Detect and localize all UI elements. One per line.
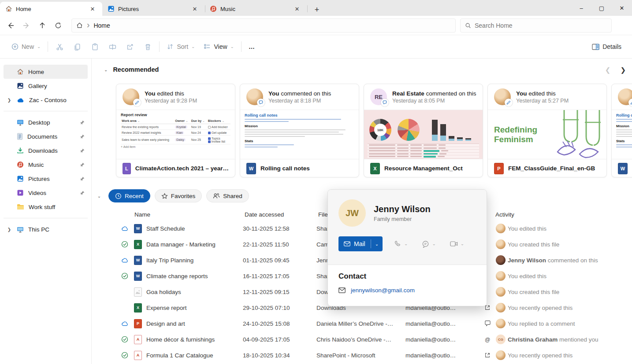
expand-chevron-icon[interactable]: ❯: [6, 98, 12, 103]
sidebar-item-music[interactable]: Music: [4, 158, 88, 172]
sidebar-item-label: Documents: [27, 133, 75, 140]
ppt-file-icon: P: [134, 319, 142, 328]
tab-music[interactable]: Music✕: [204, 2, 307, 16]
maximize-button[interactable]: ▢: [591, 0, 612, 16]
file-location: Chris Naidoo’s OneDrive -…: [316, 336, 405, 343]
chat-button[interactable]: ⌄: [418, 240, 439, 248]
avatar: [618, 88, 632, 105]
column-header-name[interactable]: Name: [134, 211, 245, 218]
sidebar-item-downloads[interactable]: Downloads: [4, 143, 88, 158]
file-name[interactable]: Formula 1 Car Catalogue: [145, 352, 243, 359]
recommended-card[interactable]: Rolling call notesMissionStatsW: [611, 84, 632, 177]
filter-pill-favorites[interactable]: Favorites: [155, 189, 202, 202]
close-button[interactable]: ✕: [612, 0, 632, 16]
breadcrumb-location[interactable]: Home: [93, 22, 110, 29]
video-call-button[interactable]: ⌄: [446, 241, 468, 247]
recommended-collapse-chevron-icon[interactable]: ⌄: [104, 67, 108, 72]
sidebar-item-desktop[interactable]: Desktop: [4, 115, 88, 129]
minimize-button[interactable]: –: [571, 0, 591, 16]
column-header-activity[interactable]: Activity: [483, 211, 632, 218]
search-input[interactable]: Search Home: [460, 18, 612, 33]
file-name[interactable]: Home décor & furnishings: [145, 336, 243, 343]
sidebar-item-zac-contoso[interactable]: ❯Zac - Contoso: [4, 93, 88, 107]
new-tab-button[interactable]: +: [310, 4, 323, 16]
sort-button[interactable]: Sort⌄: [162, 39, 199, 55]
file-name[interactable]: Data manager - Marketing: [145, 241, 243, 248]
avatar: RE: [370, 88, 387, 105]
sidebar-item-label: Home: [28, 69, 85, 75]
activity-avatar: [496, 303, 506, 313]
breadcrumb[interactable]: ❯ Home: [71, 18, 456, 33]
pin-icon: [79, 190, 85, 196]
expand-chevron-icon[interactable]: ❯: [6, 227, 12, 232]
up-button[interactable]: [34, 18, 50, 33]
activity-avatar: [496, 271, 506, 281]
pdf-file-icon: A: [134, 335, 142, 344]
see-more-button[interactable]: …: [244, 39, 260, 55]
table-row[interactable]: AHome décor & furnishings04-09-2025 17:0…: [92, 331, 632, 347]
breadcrumb-home-icon[interactable]: [76, 22, 83, 29]
check-sync-icon: [118, 241, 131, 248]
tab-home[interactable]: Home✕: [0, 2, 102, 16]
file-name[interactable]: Design and art: [145, 320, 243, 327]
filter-pill-recent[interactable]: Recent: [108, 189, 150, 202]
tab-pictures[interactable]: Pictures✕: [102, 2, 204, 16]
share-button[interactable]: [121, 39, 139, 55]
sidebar-item-pictures[interactable]: Pictures: [4, 172, 88, 186]
file-name[interactable]: Climate change reports: [145, 273, 243, 279]
navigation-pane: HomeGallery❯Zac - ContosoDesktopDocument…: [0, 59, 92, 364]
recommended-card[interactable]: You edited thisYesterday at 9:28 PMRepor…: [116, 84, 235, 177]
refresh-button[interactable]: [50, 18, 66, 33]
view-button[interactable]: View⌄: [199, 39, 238, 55]
sidebar-item-work-stuff[interactable]: Work stuff: [4, 200, 88, 214]
filter-pill-shared[interactable]: Shared: [206, 189, 249, 202]
shared-email: mdaniella@outlo…: [405, 352, 481, 359]
hands-feet-illustration: [540, 110, 606, 159]
tab-close-icon[interactable]: ✕: [87, 4, 98, 14]
forward-button[interactable]: [19, 18, 34, 33]
sidebar-item-videos[interactable]: Videos: [4, 186, 88, 200]
cut-button[interactable]: [51, 39, 68, 55]
file-name[interactable]: Goa holidays: [145, 289, 243, 295]
column-header-date-accessed[interactable]: Date accessed: [245, 211, 318, 218]
carousel-right-icon[interactable]: ❯: [620, 66, 626, 74]
tab-close-icon[interactable]: ✕: [190, 4, 200, 14]
recommended-title: Recommended: [113, 66, 159, 73]
file-name[interactable]: Staff Schedule: [145, 225, 243, 232]
pictures-icon: [17, 175, 24, 182]
back-button[interactable]: [3, 18, 19, 33]
sidebar-item-documents[interactable]: Documents: [4, 129, 88, 143]
copy-button[interactable]: [68, 39, 86, 55]
paste-button[interactable]: [86, 39, 104, 55]
sidebar-item-home[interactable]: Home: [4, 65, 88, 79]
mail-button[interactable]: Mail ⌄: [338, 236, 383, 251]
recommended-card[interactable]: You edited thisYesterday at 5:27 PMRedef…: [487, 84, 607, 177]
recommended-card[interactable]: You commented on thisYesterday at 8:18 P…: [240, 84, 359, 177]
videos-icon: [17, 189, 24, 196]
file-location: Daniela Miller’s OneDrive -…: [316, 320, 405, 327]
call-button[interactable]: ⌄: [390, 240, 411, 248]
sidebar-divider: [4, 218, 88, 218]
command-toolbar: New⌄ Sort⌄ View⌄ …: [0, 35, 632, 59]
tab-close-icon[interactable]: ✕: [292, 4, 302, 14]
sidebar-item-gallery[interactable]: Gallery: [4, 79, 88, 93]
file-name[interactable]: Italy Trip Planning: [145, 257, 243, 264]
new-button[interactable]: New⌄: [7, 39, 45, 55]
details-button[interactable]: Details: [588, 39, 625, 55]
comment-badge-icon: [257, 99, 265, 107]
card-file-name: FEM_ClassGuide_Final_en-GB: [508, 165, 595, 172]
files-collapse-chevron-icon[interactable]: ⌄: [94, 194, 104, 199]
rename-button[interactable]: [104, 39, 121, 55]
delete-button[interactable]: [139, 39, 156, 55]
recommended-card[interactable]: REReal Estate commented on thisYesterday…: [364, 84, 483, 177]
table-row[interactable]: AFormula 1 Car Catalogue18-10-2025 10:34…: [92, 347, 632, 363]
mail-dropdown-chevron-icon[interactable]: ⌄: [371, 242, 383, 246]
address-bar: ❯ Home Search Home: [0, 16, 632, 35]
sidebar-item-this-pc[interactable]: ❯This PC: [4, 222, 88, 236]
carousel-left-icon[interactable]: ❮: [605, 66, 611, 74]
clock-icon: [115, 193, 122, 199]
contact-email-link[interactable]: jennywilson@gmail.com: [351, 287, 415, 294]
file-name[interactable]: Expense report: [145, 305, 243, 311]
table-row[interactable]: PDesign and art24-10-2025 15:08Daniela M…: [92, 316, 632, 331]
activity-text: You created this file: [508, 241, 632, 248]
